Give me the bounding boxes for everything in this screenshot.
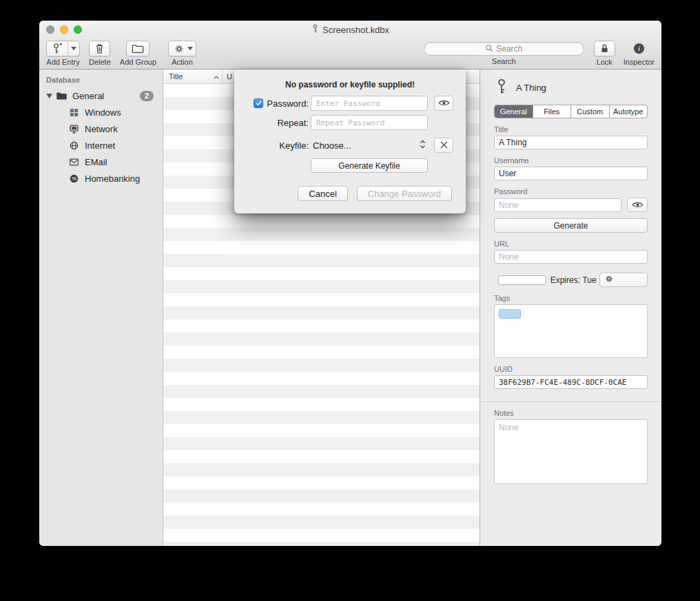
folder-icon: [56, 90, 68, 102]
delete-label: Delete: [89, 58, 111, 66]
action-button[interactable]: [168, 41, 196, 56]
eye-icon: [632, 199, 644, 211]
notes-label: Notes: [494, 409, 648, 417]
action-group: Action: [168, 41, 196, 66]
action-dropdown[interactable]: [187, 41, 196, 56]
column-header-title[interactable]: Title: [163, 70, 223, 83]
password-sheet: No password or keyfile supplied! Passwor…: [234, 70, 466, 213]
reveal-password-button[interactable]: [627, 198, 648, 212]
add-entry-dropdown[interactable]: [68, 41, 79, 56]
sidebar-item-label: Windows: [85, 107, 121, 118]
entry-title: A Thing: [516, 83, 546, 93]
minimize-button[interactable]: [60, 25, 68, 34]
lock-label: Lock: [597, 58, 612, 66]
expires-settings-button[interactable]: [599, 273, 648, 287]
tags-box[interactable]: [494, 304, 648, 358]
clear-keyfile-button[interactable]: [434, 138, 453, 153]
password-row: Password:: [234, 96, 466, 111]
change-password-button[interactable]: Change Password: [357, 186, 452, 201]
url-field-label: URL: [494, 240, 648, 248]
inspector-label: Inspector: [624, 58, 655, 66]
entry-header: A Thing: [480, 70, 661, 100]
tab-custom[interactable]: Custom: [570, 105, 609, 118]
password-checkbox[interactable]: [254, 98, 263, 108]
username-field[interactable]: [494, 167, 648, 180]
entry-count-badge: 2: [140, 91, 154, 101]
traffic-lights: [46, 25, 82, 34]
percent-coin-icon: %: [68, 173, 80, 184]
add-group-group: Add Group: [120, 41, 156, 66]
close-x-icon: [440, 139, 448, 151]
gear-icon: [169, 41, 187, 56]
notes-field[interactable]: [494, 419, 648, 484]
tab-files[interactable]: Files: [533, 105, 571, 118]
title-field[interactable]: [494, 136, 648, 149]
tag-chip[interactable]: [499, 309, 521, 319]
password-row: [494, 198, 648, 212]
sidebar-item-general[interactable]: General 2: [39, 87, 163, 104]
folder-icon: [127, 41, 149, 56]
close-button[interactable]: [46, 25, 54, 34]
delete-button[interactable]: [89, 41, 110, 56]
windows-grid-icon: [68, 107, 80, 118]
tab-autotype[interactable]: Autotype: [609, 105, 648, 118]
keyfile-selected-value: Choose...: [313, 140, 351, 151]
expires-label: Expires: Tues...March 2015: [550, 275, 597, 285]
password-field[interactable]: [494, 198, 621, 212]
password-label-cell: Password:: [234, 98, 309, 109]
tab-general[interactable]: General: [495, 105, 533, 118]
toolbar: Add Entry Delete Add Group: [39, 39, 661, 69]
sort-ascending-icon: [214, 72, 219, 81]
generate-password-button[interactable]: Generate: [494, 218, 648, 233]
inspector-button[interactable]: i: [628, 41, 650, 56]
reveal-password-button[interactable]: [434, 96, 453, 111]
column-title-label: Title: [169, 72, 183, 81]
column-header-username[interactable]: U: [223, 72, 232, 81]
disclosure-triangle-icon[interactable]: [45, 94, 53, 98]
url-field[interactable]: [494, 250, 648, 264]
lock-button[interactable]: [594, 41, 615, 56]
title-bar[interactable]: Screenshot.kdbx: [39, 21, 661, 39]
sidebar-item-network[interactable]: Network: [39, 120, 163, 137]
add-entry-label: Add Entry: [46, 58, 79, 66]
expires-row: Expires: Tues...March 2015: [494, 273, 648, 287]
tags-label: Tags: [494, 294, 648, 302]
search-group: Search Search: [424, 42, 584, 65]
add-entry-group: Add Entry: [46, 41, 80, 66]
sidebar: Database General 2 Windows: [39, 70, 163, 546]
password-field-label: Password: [494, 187, 648, 196]
keyfile-popup[interactable]: Choose...: [311, 138, 428, 153]
add-entry-button[interactable]: [46, 41, 80, 56]
document-key-icon: [311, 24, 319, 35]
expires-checkbox[interactable]: [498, 275, 546, 285]
uuid-field[interactable]: [494, 375, 648, 389]
sidebar-item-homebanking[interactable]: % Homebanking: [39, 170, 163, 187]
keyfile-label: Keyfile:: [279, 140, 309, 151]
keyfile-row: Keyfile: Choose...: [234, 138, 466, 153]
repeat-password-input[interactable]: [311, 115, 428, 130]
trash-icon: [90, 41, 110, 56]
inspector-group: i Inspector: [624, 41, 655, 66]
sidebar-item-email[interactable]: EMail: [39, 154, 163, 170]
info-circle-icon: i: [628, 41, 650, 56]
monitor-icon: [68, 123, 80, 135]
key-plus-icon: [47, 41, 68, 56]
search-label: Search: [492, 57, 516, 65]
padlock-icon: [595, 41, 615, 56]
key-icon: [495, 78, 508, 97]
repeat-row: Repeat:: [234, 115, 466, 130]
search-field[interactable]: Search: [424, 42, 584, 56]
desktop: { "window": { "title": "Screenshot.kdbx"…: [0, 0, 700, 601]
sidebar-item-internet[interactable]: Internet: [39, 137, 163, 154]
password-input[interactable]: [311, 96, 428, 111]
search-input[interactable]: [424, 43, 584, 55]
sidebar-item-windows[interactable]: Windows: [39, 104, 163, 120]
inspector-tabs: General Files Custom Autotype: [494, 105, 648, 118]
cancel-button[interactable]: Cancel: [298, 186, 347, 201]
envelope-icon: [68, 156, 80, 168]
add-group-button[interactable]: [126, 41, 150, 56]
generate-keyfile-button[interactable]: Generate Keyfile: [311, 158, 428, 173]
add-group-label: Add Group: [120, 58, 156, 66]
zoom-button[interactable]: [74, 25, 82, 34]
stepper-arrows-icon: [420, 140, 426, 151]
